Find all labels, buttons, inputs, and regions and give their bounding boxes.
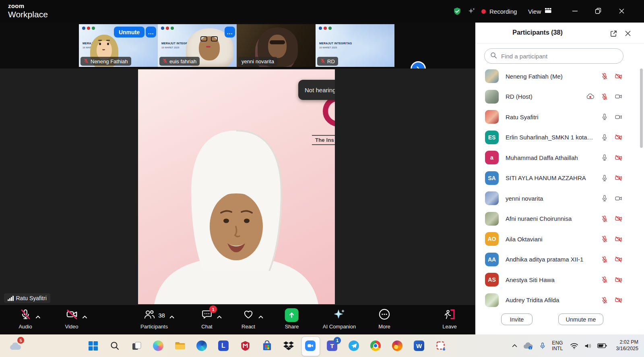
- audio-button[interactable]: Audio: [19, 309, 32, 330]
- taskbar-app-dropbox[interactable]: [283, 340, 294, 351]
- mic-muted-icon[interactable]: [601, 297, 608, 304]
- camera-off-icon[interactable]: [615, 276, 622, 284]
- caret-up-icon[interactable]: [217, 313, 222, 320]
- ai-companion-button[interactable]: AI Companion: [323, 309, 356, 330]
- minimize-button[interactable]: [568, 4, 582, 18]
- taskbar-app-lark[interactable]: L: [218, 340, 229, 351]
- mic-on-icon[interactable]: [601, 195, 608, 202]
- video-button[interactable]: Video: [65, 309, 78, 330]
- tray-chevron-icon[interactable]: [508, 344, 520, 347]
- mic-muted-icon[interactable]: [601, 256, 608, 263]
- camera-off-icon[interactable]: [615, 154, 622, 162]
- taskbar-app-zoom[interactable]: [305, 340, 316, 351]
- participant-row[interactable]: Ratu Syafitri: [475, 107, 644, 127]
- close-window-button[interactable]: [615, 4, 628, 18]
- tray-microphone-icon[interactable]: [536, 342, 549, 350]
- participant-row[interactable]: yenni novarita: [475, 188, 644, 209]
- tray-onedrive-icon[interactable]: i: [520, 342, 536, 349]
- mic-muted-icon[interactable]: [601, 215, 608, 222]
- popout-panel-icon[interactable]: [608, 28, 619, 39]
- participant-row[interactable]: AAAndhika aditya pratama XII-1: [475, 249, 644, 270]
- taskbar-app-store[interactable]: [261, 340, 272, 351]
- thumbnail-more-button[interactable]: ...: [225, 27, 235, 37]
- caret-up-icon[interactable]: [258, 313, 263, 320]
- mic-muted-icon[interactable]: [601, 93, 608, 100]
- security-shield-icon[interactable]: [452, 6, 463, 17]
- mic-on-icon[interactable]: [601, 154, 608, 161]
- video-thumbnail[interactable]: MERAJUT INTEGRITAS 16 MARET 2025...euis …: [158, 24, 237, 67]
- taskbar-app-start[interactable]: [87, 340, 99, 351]
- leave-button[interactable]: Leave: [442, 309, 456, 330]
- video-thumbnail[interactable]: MERAJUT INTEGRITAS 16 MARET 2025Unmute..…: [79, 24, 158, 67]
- taskbar-app-chrome[interactable]: [370, 340, 381, 351]
- camera-on-icon[interactable]: [615, 113, 622, 121]
- camera-off-icon[interactable]: [615, 255, 622, 263]
- more-button[interactable]: More: [378, 309, 390, 330]
- participant-row[interactable]: AOAila Oktaviani: [475, 229, 644, 249]
- react-button[interactable]: React: [242, 309, 255, 330]
- participant-row[interactable]: Audrey Tridita Afilda: [475, 290, 644, 311]
- windows-taskbar: 5 LT1W i ENG INTL: [0, 334, 644, 357]
- panel-scrollbar[interactable]: [640, 68, 643, 148]
- participants-button[interactable]: 38Participants: [140, 309, 168, 330]
- participant-avatar: [485, 212, 499, 226]
- camera-off-icon[interactable]: [615, 215, 622, 222]
- taskbar-app-firefox[interactable]: [392, 340, 403, 351]
- taskbar-app-teams[interactable]: T1: [326, 340, 338, 351]
- camera-off-icon[interactable]: [615, 296, 622, 304]
- participant-row[interactable]: ASAnestya Siti Hawa: [475, 270, 644, 290]
- onedrive-sync-icon[interactable]: 5: [9, 339, 23, 353]
- video-thumbnail[interactable]: yenni novarita: [237, 24, 316, 67]
- participant-row[interactable]: aMuhammad Daffa Athaillah: [475, 147, 644, 168]
- language-indicator[interactable]: ENG INTL: [552, 340, 563, 352]
- mic-on-icon[interactable]: [601, 113, 608, 120]
- caret-up-icon[interactable]: [35, 313, 40, 320]
- taskbar-app-edge[interactable]: [196, 340, 207, 351]
- tray-wifi-icon[interactable]: [567, 342, 581, 349]
- camera-off-icon[interactable]: [615, 73, 622, 80]
- taskbar-clock[interactable]: 2:02 PM 3/16/2025: [616, 339, 638, 352]
- participant-row[interactable]: ESErlin Suharlinah_SMKN 1 kota S…: [475, 127, 644, 148]
- close-panel-icon[interactable]: [622, 28, 634, 39]
- camera-off-icon[interactable]: [615, 133, 622, 141]
- participant-row[interactable]: RD (Host): [475, 87, 644, 107]
- participant-row[interactable]: Afni nuraeni Choirunnisa: [475, 209, 644, 229]
- camera-off-icon[interactable]: [615, 235, 622, 243]
- tray-volume-icon[interactable]: [581, 342, 595, 349]
- taskbar-app-copilot[interactable]: [153, 340, 164, 351]
- mic-muted-icon[interactable]: [601, 276, 608, 283]
- view-button[interactable]: View: [528, 6, 552, 17]
- unmute-button[interactable]: Unmute: [114, 27, 144, 37]
- restore-button[interactable]: [591, 4, 605, 18]
- taskbar-app-telegram[interactable]: [348, 340, 359, 351]
- participant-row[interactable]: Neneng Fathiah (Me): [475, 66, 644, 87]
- invite-button[interactable]: Invite: [501, 313, 533, 325]
- taskbar-app-word[interactable]: W: [413, 340, 425, 351]
- mic-muted-icon[interactable]: [601, 73, 608, 80]
- taskbar-app-mcafee[interactable]: [239, 340, 251, 351]
- participant-row[interactable]: SASITI AYLA HANUM AZZAHRA: [475, 168, 644, 189]
- chat-button[interactable]: 1Chat: [201, 309, 213, 330]
- taskbar-app-search[interactable]: [109, 340, 120, 351]
- taskbar-app-explorer[interactable]: [174, 340, 186, 351]
- thumbnail-more-button[interactable]: ...: [146, 27, 156, 37]
- slide-title: MERAJUT INTEGRITAS: [319, 42, 352, 45]
- taskbar-app-taskview[interactable]: [131, 340, 142, 351]
- caret-up-icon[interactable]: [82, 313, 87, 320]
- camera-off-icon[interactable]: [615, 174, 622, 182]
- search-input[interactable]: [500, 52, 617, 60]
- ai-companion-titlebar-icon[interactable]: [466, 6, 477, 17]
- mic-on-icon[interactable]: [601, 134, 608, 141]
- recording-indicator[interactable]: Recording: [481, 6, 517, 17]
- mic-muted-icon[interactable]: [601, 235, 608, 243]
- unmute-me-button[interactable]: Unmute me: [558, 313, 603, 325]
- taskbar-app-snipping[interactable]: [435, 340, 446, 351]
- mic-on-icon[interactable]: [601, 174, 608, 182]
- camera-on-icon[interactable]: [615, 93, 622, 100]
- caret-up-icon[interactable]: [169, 313, 174, 320]
- tray-battery-icon[interactable]: [595, 343, 609, 349]
- video-thumbnail[interactable]: MERAJUT INTEGRITAS 16 MARET 2025RD: [316, 24, 394, 67]
- camera-on-icon[interactable]: [615, 195, 622, 202]
- share-button[interactable]: Share: [285, 309, 299, 330]
- active-speaker-video[interactable]: The Ins Not hearing anything? Turn up vo…: [138, 69, 335, 304]
